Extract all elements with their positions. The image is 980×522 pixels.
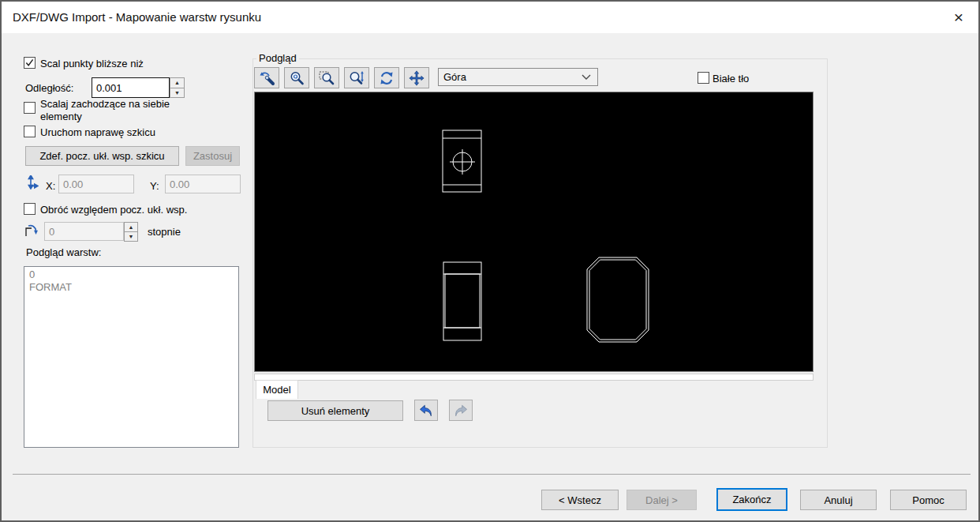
layers-preview-label: Podgląd warstw: [26,246,101,258]
redo-button[interactable] [449,400,473,421]
distance-spinner: ▲ ▼ [170,77,185,98]
refresh-icon [378,70,395,86]
zoom-selection-icon [258,70,275,86]
merge-points-checkbox[interactable] [24,57,36,69]
down-arrow-icon: ▼ [174,90,180,96]
merge-points-label: Scal punkty bliższe niż [40,58,144,69]
undo-icon [418,403,434,419]
white-background-checkbox[interactable] [698,72,709,84]
tab-model[interactable]: Model [256,380,298,399]
down-arrow-icon: ▼ [129,234,134,239]
spin-down-button[interactable]: ▼ [170,88,184,98]
merge-overlapping-label-line1: Scalaj zachodzące na siebie [40,98,170,111]
view-orientation-select[interactable]: Góra [438,68,598,86]
apply-button[interactable]: Zastosuj [185,146,240,166]
define-origin-button[interactable]: Zdef. pocz. ukł. wsp. szkicu [25,146,179,166]
run-repair-label: Uruchom naprawę szkicu [40,126,155,138]
run-repair-checkbox[interactable] [24,126,36,137]
zoom-selection-button[interactable] [254,67,279,88]
up-arrow-icon: ▲ [129,224,134,230]
footer-separator [13,474,971,475]
back-button[interactable]: < Wstecz [541,490,619,510]
up-arrow-icon: ▲ [174,80,180,85]
white-background-label: Białe tło [713,73,749,84]
x-input[interactable]: 0.00 [58,175,134,193]
angle-spinner: ▲ ▼ [124,222,138,242]
help-button[interactable]: Pomoc [890,490,967,510]
y-input[interactable]: 0.00 [165,175,241,193]
layer-item[interactable]: 0 [24,269,238,281]
preview-horizontal-scrollbar[interactable] [254,374,814,381]
dialog-title: DXF/DWG Import - Mapowanie warstw rysunk… [13,10,261,24]
zoom-button[interactable] [284,67,309,88]
merge-overlapping-label-line2: elementy [40,111,170,123]
distance-label: Odległość: [25,82,73,94]
merge-overlapping-label: Scalaj zachodzące na siebie elementy [40,98,170,123]
checkmark-icon [25,58,34,67]
merge-overlapping-checkbox[interactable] [24,102,36,114]
preview-group-label: Podgląd [256,52,299,64]
refresh-button[interactable] [374,67,399,88]
cancel-button[interactable]: Anuluj [800,490,877,510]
x-label: X: [46,180,55,192]
layer-item[interactable]: FORMAT [24,281,238,294]
distance-input[interactable]: 0.001 [92,77,170,98]
close-icon[interactable]: × [945,5,972,30]
rotate-checkbox[interactable] [24,203,36,215]
view-orientation-value: Góra [443,71,466,83]
zoom-in-out-button[interactable] [344,67,369,88]
zoom-in-out-icon [348,70,365,86]
angle-spin-down-button[interactable]: ▼ [125,231,137,241]
layers-listbox[interactable]: 0 FORMAT [24,266,239,448]
dxf-dwg-import-dialog: DXF/DWG Import - Mapowanie warstw rysunk… [0,0,980,522]
origin-axes-icon [24,175,39,190]
chevron-down-icon [582,74,591,81]
undo-button[interactable] [414,400,438,421]
angle-input[interactable]: 0 [44,222,124,241]
zoom-area-button[interactable] [314,67,339,88]
rotate-angle-icon [24,223,38,238]
redo-icon [453,403,469,419]
zoom-icon [288,70,305,86]
pan-button[interactable] [404,67,429,88]
next-button[interactable]: Dalej > [627,490,697,510]
degrees-label: stopnie [148,226,181,238]
angle-spin-up-button[interactable]: ▲ [125,223,137,231]
preview-canvas[interactable] [254,92,814,372]
zoom-area-icon [318,70,335,86]
titlebar: DXF/DWG Import - Mapowanie warstw rysunk… [2,2,978,33]
preview-drawing [255,92,813,371]
finish-button[interactable]: Zakończ [716,488,787,511]
y-label: Y: [150,180,159,192]
pan-icon [408,70,425,86]
spin-up-button[interactable]: ▲ [170,78,184,88]
delete-elements-button[interactable]: Usuń elementy [267,400,403,421]
rotate-label: Obróć względem pocz. ukł. wsp. [40,204,187,216]
